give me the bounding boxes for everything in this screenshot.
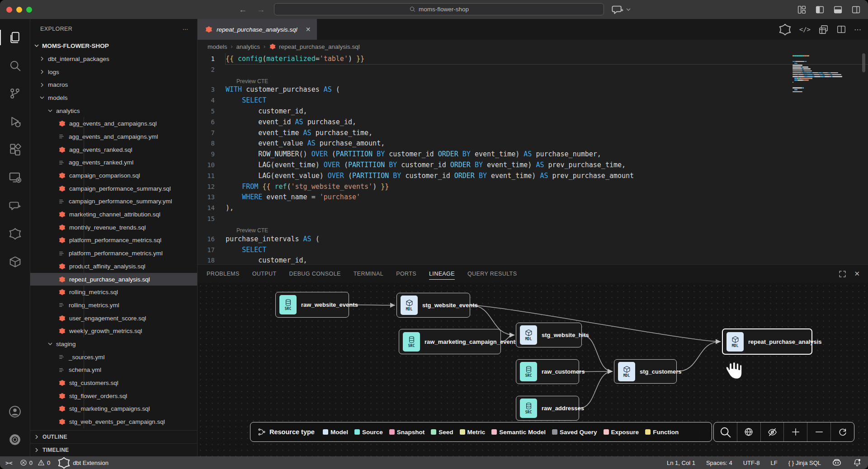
close-window-button[interactable] — [6, 7, 12, 13]
tree-item-monthly-revenue-trends-sql[interactable]: monthly_revenue_trends.sql — [30, 221, 197, 234]
tree-item--sources-yml[interactable]: _sources.yml — [30, 351, 197, 364]
lineage-search-icon[interactable] — [714, 422, 737, 441]
lineage-node-repeat-purchase-analysis[interactable]: MDLrepeat_purchase_analysis — [722, 328, 812, 355]
panel-tab-terminal[interactable]: TERMINAL — [354, 265, 383, 283]
tab-repeat-purchase-analysis[interactable]: repeat_purchase_analysis.sql ✕ — [198, 19, 317, 40]
activity-account[interactable] — [0, 398, 30, 426]
tree-item-campaign-comparison-sql[interactable]: campaign_comparison.sql — [30, 169, 197, 182]
codelens-preview-cte[interactable]: Preview CTE — [198, 224, 868, 234]
tree-item-models[interactable]: models — [30, 91, 197, 104]
activity-remote-explorer[interactable] — [0, 164, 30, 192]
tree-item-rolling-metrics-sql[interactable]: rolling_metrics.sql — [30, 286, 197, 299]
lineage-refresh-icon[interactable] — [830, 422, 854, 441]
lineage-node-raw-website-events[interactable]: SRCraw_website_events — [275, 292, 349, 318]
status--jinja-sql[interactable]: { } Jinja SQL — [788, 460, 821, 466]
tree-item-weekly-growth-metrics-sql[interactable]: weekly_growth_metrics.sql — [30, 324, 197, 338]
editor-scrollbar[interactable] — [862, 53, 865, 72]
breadcrumb[interactable]: models›analytics›repeat_purchase_analysi… — [198, 40, 868, 53]
tree-item-schema-yml[interactable]: schema.yml — [30, 364, 197, 377]
tree-item-stg-marketing-campaigns-sql[interactable]: stg_marketing_campaigns.sql — [30, 403, 197, 416]
tree-item-agg-events-and-campaigns-sql[interactable]: agg_events_and_campaigns.sql — [30, 117, 197, 130]
status-utf-8[interactable]: UTF-8 — [743, 460, 760, 466]
panel-tab-lineage[interactable]: LINEAGE — [429, 265, 455, 283]
lineage-node-stg-customers[interactable]: MDLstg_customers — [614, 359, 677, 384]
copilot-status-icon[interactable] — [832, 458, 842, 468]
project-root-folder[interactable]: MOMS-FLOWER-SHOP — [30, 39, 197, 52]
maximize-panel-icon[interactable] — [838, 270, 847, 278]
maximize-window-button[interactable] — [26, 7, 32, 13]
tree-item-campaign-performance-summary-yml[interactable]: campaign_performance_summary.yml — [30, 195, 197, 208]
panel-tab-output[interactable]: OUTPUT — [252, 265, 277, 283]
customize-layout-icon[interactable] — [797, 5, 807, 14]
tree-item-analytics[interactable]: analytics — [30, 104, 197, 117]
forward-icon[interactable]: → — [257, 5, 265, 14]
split-editor-icon[interactable] — [836, 24, 846, 34]
tree-item-platform-performance-metrics-yml[interactable]: platform_performance_metrics.yml — [30, 247, 197, 260]
code-editor[interactable]: 1{{ config(materialized='table') }}2Prev… — [198, 53, 868, 264]
notifications-bell-icon[interactable] — [853, 458, 862, 467]
dbt-action-icon[interactable] — [778, 23, 792, 36]
minimize-window-button[interactable] — [16, 7, 22, 13]
lineage-minus-icon[interactable] — [807, 422, 830, 441]
more-actions-icon[interactable]: ⋯ — [854, 25, 862, 34]
panel-tab-ports[interactable]: PORTS — [396, 265, 416, 283]
activity-run-debug[interactable] — [0, 108, 30, 136]
tree-item-stg-flower-orders-sql[interactable]: stg_flower_orders.sql — [30, 389, 197, 403]
tree-item-repeat-purchase-analysis-sql[interactable]: repeat_purchase_analysis.sql — [30, 273, 197, 286]
sidebar-section-timeline[interactable]: TIMELINE — [30, 443, 197, 456]
tree-item-logs[interactable]: logs — [30, 66, 197, 79]
status-lf[interactable]: LF — [771, 460, 778, 466]
lineage-node-stg-website-events[interactable]: MDLstg_website_events — [396, 293, 470, 318]
status-spaces-4[interactable]: Spaces: 4 — [706, 460, 732, 466]
tree-item-stg-web-events-per-campaign-sql[interactable]: stg_web_events_per_campaign.sql — [30, 415, 197, 428]
sidebar-section-outline[interactable]: OUTLINE — [30, 430, 197, 443]
breadcrumb-item[interactable]: analytics — [236, 43, 260, 50]
breadcrumb-item[interactable]: repeat_purchase_analysis.sql — [269, 43, 360, 50]
toggle-primary-sidebar-icon[interactable] — [815, 5, 825, 14]
activity-chat[interactable] — [0, 192, 30, 220]
toggle-secondary-sidebar-icon[interactable] — [851, 5, 861, 14]
tree-item-marketing-channel-attribution-sql[interactable]: marketing_channel_attribution.sql — [30, 208, 197, 221]
lineage-node-raw-marketing-campaign-events[interactable]: SRCraw_marketing_campaign_events — [399, 329, 501, 354]
panel-tab-debug-console[interactable]: DEBUG CONSOLE — [289, 265, 340, 283]
breadcrumb-item[interactable]: models — [208, 43, 227, 50]
explorer-more-actions-icon[interactable]: ⋯ — [183, 26, 189, 33]
activity-dbt[interactable] — [0, 220, 30, 248]
tree-item-agg-events-ranked-yml[interactable]: agg_events_ranked.yml — [30, 156, 197, 169]
command-center-search[interactable]: moms-flower-shop — [274, 3, 604, 15]
activity-search[interactable] — [0, 52, 30, 80]
close-panel-icon[interactable]: ✕ — [854, 270, 860, 278]
tree-item-staging[interactable]: staging — [30, 338, 197, 351]
activity-settings[interactable] — [0, 426, 30, 454]
query-preview-icon[interactable] — [818, 24, 829, 35]
tree-item-user-engagement-score-sql[interactable]: user_engagement_score.sql — [30, 312, 197, 325]
toggle-panel-icon[interactable] — [833, 5, 843, 14]
panel-tab-problems[interactable]: PROBLEMS — [207, 265, 240, 283]
lineage-node-stg-website-hits[interactable]: MDLstg_website_hits — [516, 323, 582, 347]
tree-item-stg-customers-sql[interactable]: stg_customers.sql — [30, 376, 197, 389]
tree-item-macros[interactable]: macros — [30, 78, 197, 91]
lineage-node-raw-addresses[interactable]: SRCraw_addresses — [516, 396, 579, 421]
activity-source-control[interactable] — [0, 80, 30, 108]
tree-item-agg-events-ranked-sql[interactable]: agg_events_ranked.sql — [30, 143, 197, 156]
dbt-extension-status[interactable]: dbt Extension — [57, 456, 108, 469]
tree-item-campaign-performance-summary-sql[interactable]: campaign_performance_summary.sql — [30, 182, 197, 195]
tree-item-dbt-internal-packages[interactable]: dbt_internal_packages — [30, 52, 197, 66]
lineage-canvas[interactable]: SRCraw_website_eventsMDLstg_website_even… — [198, 283, 868, 456]
activity-package[interactable] — [0, 248, 30, 276]
problems-indicator[interactable]: 0 0 — [20, 459, 50, 466]
codelens-preview-cte[interactable]: Preview CTE — [198, 75, 868, 84]
tree-item-agg-events-and-campaigns-yml[interactable]: agg_events_and_campaigns.yml — [30, 130, 197, 143]
tree-item-platform-performance-metrics-sql[interactable]: platform_performance_metrics.sql — [30, 234, 197, 247]
minimap[interactable] — [793, 55, 849, 93]
activity-explorer[interactable] — [0, 23, 30, 52]
lineage-globe-icon[interactable] — [737, 422, 760, 441]
activity-extensions[interactable] — [0, 136, 30, 164]
back-icon[interactable]: ← — [239, 5, 247, 14]
status-ln-1-col-1[interactable]: Ln 1, Col 1 — [667, 460, 695, 466]
lineage-eye-off-icon[interactable] — [760, 422, 784, 441]
lineage-node-raw-customers[interactable]: SRCraw_customers — [516, 359, 579, 384]
tree-item-rolling-metrics-yml[interactable]: rolling_metrics.yml — [30, 299, 197, 312]
copilot-chat-button[interactable] — [611, 3, 631, 16]
panel-tab-query-results[interactable]: QUERY RESULTS — [467, 265, 517, 283]
